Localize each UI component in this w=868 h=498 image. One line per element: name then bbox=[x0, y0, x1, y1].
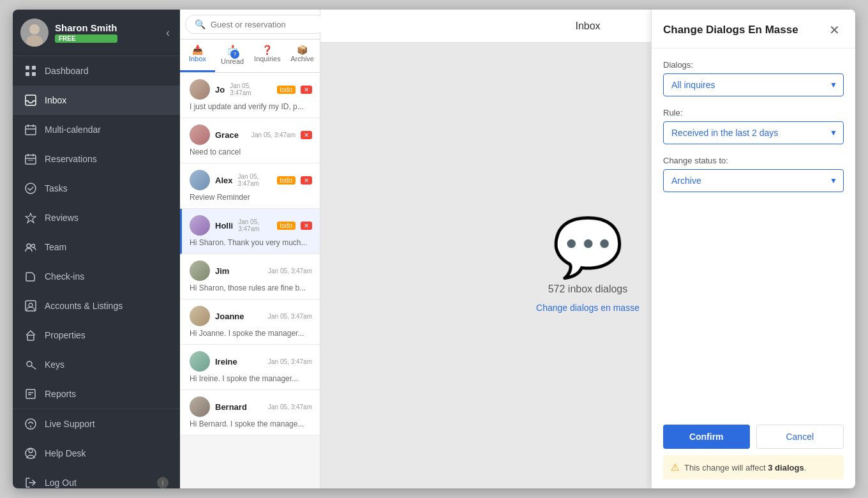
dialog-panel: Change Dialogs En Masse ✕ Dialogs: All i… bbox=[651, 10, 855, 488]
avatar bbox=[190, 79, 210, 100]
nav-properties[interactable]: Properties bbox=[13, 321, 180, 350]
nav-reservations[interactable]: Reservations bbox=[13, 144, 180, 174]
todo-badge: todo bbox=[277, 222, 296, 230]
properties-label: Properties bbox=[45, 330, 86, 340]
reviews-icon bbox=[24, 211, 37, 224]
tab-unread[interactable]: 📩 ? Unread bbox=[215, 40, 250, 72]
inbox-panel: 🔍 📥 Inbox 📩 ? Unread ❓ Inquiries 📦 Archi… bbox=[180, 10, 320, 488]
dialogs-form-group: Dialogs: All inquires Unread Todo ▼ bbox=[663, 60, 844, 96]
warning-box: ⚠ This change will affect 3 dialogs. bbox=[663, 455, 844, 479]
nav-reviews[interactable]: Reviews bbox=[13, 203, 180, 232]
info-badge: i bbox=[157, 477, 168, 488]
svg-point-29 bbox=[29, 449, 33, 453]
message-list: Jo Jan 05, 3:47am todo ✕ I just update a… bbox=[180, 73, 320, 488]
list-item[interactable]: Joanne Jan 05, 3:47am Hi Joanne. I spoke… bbox=[180, 299, 320, 345]
help-desk-icon bbox=[24, 447, 37, 460]
search-box[interactable]: 🔍 bbox=[185, 15, 326, 34]
live-support-label: Live Support bbox=[45, 419, 95, 429]
nav-multi-calendar[interactable]: Multi-calendar bbox=[13, 115, 180, 144]
sidebar-user: Sharon Smith FREE bbox=[20, 19, 117, 47]
nav-check-ins[interactable]: Check-ins bbox=[13, 262, 180, 291]
sidebar-header: Sharon Smith FREE ‹ bbox=[13, 10, 180, 56]
message-date: Jan 05, 3:47am bbox=[268, 358, 312, 365]
status-select[interactable]: Archive Unread Read bbox=[663, 169, 844, 192]
message-preview: Hi Joanne. I spoke the manager... bbox=[190, 329, 312, 338]
check-ins-icon bbox=[24, 270, 37, 283]
tab-archive[interactable]: 📦 Archive bbox=[285, 40, 320, 72]
nav-keys[interactable]: Keys bbox=[13, 350, 180, 379]
list-item[interactable]: Alex Jan 05, 3:47am todo ✕ Review Remind… bbox=[180, 163, 320, 209]
svg-rect-3 bbox=[26, 66, 29, 70]
unread-tab-label: Unread bbox=[221, 57, 244, 65]
dialogs-label: Dialogs: bbox=[663, 60, 844, 70]
user-name: Sharon Smith bbox=[55, 22, 117, 33]
sidebar: Sharon Smith FREE ‹ Dashboard Inbox Mult… bbox=[13, 10, 180, 488]
list-item[interactable]: Holli Jan 05, 3:47am todo ✕ Hi Sharon. T… bbox=[180, 209, 320, 254]
svg-point-18 bbox=[32, 245, 35, 248]
tab-inbox[interactable]: 📥 Inbox bbox=[180, 40, 215, 72]
nav-inbox[interactable]: Inbox bbox=[13, 86, 180, 115]
avatar bbox=[190, 124, 210, 145]
svg-rect-23 bbox=[26, 389, 35, 398]
message-preview: Hi Ireine. I spoke the manager... bbox=[190, 374, 312, 383]
message-date: Jan 05, 3:47am bbox=[237, 173, 271, 187]
change-dialogs-link[interactable]: Change dialogs en masse bbox=[536, 303, 640, 313]
message-preview: I just update and verify my ID, p... bbox=[190, 102, 312, 111]
tasks-icon bbox=[24, 182, 37, 195]
warning-icon: ⚠ bbox=[671, 462, 679, 473]
svg-marker-16 bbox=[26, 213, 36, 223]
status-form-group: Change status to: Archive Unread Read ▼ bbox=[663, 156, 844, 192]
archive-tab-icon: 📦 bbox=[297, 45, 308, 55]
user-info: Sharon Smith FREE bbox=[55, 22, 117, 43]
dialogs-select[interactable]: All inquires Unread Todo bbox=[663, 73, 844, 96]
todo-badge: todo bbox=[277, 176, 296, 185]
message-sender: Ireine bbox=[215, 357, 237, 366]
svg-point-1 bbox=[29, 24, 40, 34]
remove-badge[interactable]: ✕ bbox=[301, 222, 312, 230]
message-preview: Hi Bernard. I spoke the manage... bbox=[190, 419, 312, 428]
remove-badge[interactable]: ✕ bbox=[301, 131, 312, 139]
avatar bbox=[190, 260, 210, 281]
nav-dashboard[interactable]: Dashboard bbox=[13, 56, 180, 86]
svg-rect-8 bbox=[26, 126, 36, 135]
list-item[interactable]: Jim Jan 05, 3:47am Hi Sharon, those rule… bbox=[180, 254, 320, 299]
message-preview: Hi Sharon. Thank you very much... bbox=[190, 238, 312, 247]
message-sender: Bernard bbox=[215, 402, 247, 412]
remove-badge[interactable]: ✕ bbox=[301, 86, 312, 94]
svg-rect-5 bbox=[26, 72, 29, 76]
nav-live-support[interactable]: Live Support bbox=[13, 409, 180, 439]
nav-help-desk[interactable]: Help Desk bbox=[13, 439, 180, 468]
message-date: Jan 05, 3:47am bbox=[238, 218, 271, 232]
nav-tasks[interactable]: Tasks bbox=[13, 174, 180, 203]
confirm-button[interactable]: Confirm bbox=[663, 425, 750, 449]
rule-select[interactable]: Received in the last 2 days Received in … bbox=[663, 121, 844, 144]
tab-inquiries[interactable]: ❓ Inquiries bbox=[250, 40, 285, 72]
list-item[interactable]: Jo Jan 05, 3:47am todo ✕ I just update a… bbox=[180, 73, 320, 118]
list-item[interactable]: Bernard Jan 05, 3:47am Hi Bernard. I spo… bbox=[180, 390, 320, 435]
keys-icon bbox=[24, 358, 37, 371]
message-date: Jan 05, 3:47am bbox=[268, 268, 312, 275]
close-button[interactable]: ✕ bbox=[825, 21, 844, 39]
check-ins-label: Check-ins bbox=[45, 271, 84, 282]
tasks-label: Tasks bbox=[45, 183, 68, 193]
message-sender: Grace bbox=[215, 130, 239, 140]
cancel-button[interactable]: Cancel bbox=[756, 425, 844, 449]
team-icon bbox=[24, 241, 37, 253]
message-preview: Hi Sharon, those rules are fine b... bbox=[190, 283, 312, 292]
remove-badge[interactable]: ✕ bbox=[301, 176, 312, 185]
nav-accounts[interactable]: Accounts & Listings bbox=[13, 291, 180, 321]
nav-reports[interactable]: Reports bbox=[13, 379, 180, 409]
nav-log-out[interactable]: Log Out i bbox=[13, 468, 180, 488]
nav-team[interactable]: Team bbox=[13, 232, 180, 262]
collapse-button[interactable]: ‹ bbox=[163, 24, 172, 42]
list-item[interactable]: Ireine Jan 05, 3:47am Hi Ireine. I spoke… bbox=[180, 345, 320, 390]
dialog-title: Change Dialogs En Masse bbox=[663, 24, 798, 36]
search-input[interactable] bbox=[211, 20, 316, 29]
status-select-wrapper: Archive Unread Read ▼ bbox=[663, 169, 844, 192]
reports-label: Reports bbox=[45, 389, 76, 399]
button-row: Confirm Cancel bbox=[663, 425, 844, 449]
message-preview: Need to cancel bbox=[190, 147, 312, 156]
message-date: Jan 05, 3:47am bbox=[268, 313, 312, 320]
list-item[interactable]: Grace Jan 05, 3:47am ✕ Need to cancel bbox=[180, 118, 320, 163]
avatar bbox=[190, 306, 210, 326]
